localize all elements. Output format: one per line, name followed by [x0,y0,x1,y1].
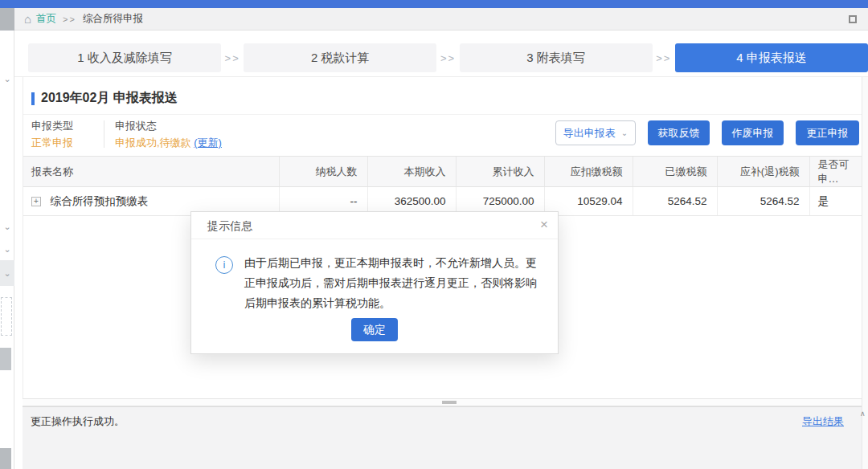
step-wizard: 1 收入及减除填写 >> 2 税款计算 >> 3 附表填写 >> 4 申报表报送 [28,43,868,72]
step-separator: >> [440,52,456,64]
top-accent-bar [0,0,868,8]
close-icon[interactable]: × [540,217,548,233]
get-feedback-button[interactable]: 获取反馈 [648,120,710,145]
declare-type-label: 申报类型 [31,119,73,133]
col-cumulative-income: 累计收入 [456,157,544,187]
result-panel: 更正操作执行成功。 导出结果 [23,406,862,469]
declare-status-value: 申报成功,待缴款 (更新) [115,136,222,150]
breadcrumb-home-link[interactable]: 首页 [36,12,56,26]
confirm-button[interactable]: 确定 [351,318,398,341]
dropdown-arrow-icon: ⌄ [621,128,628,137]
correct-declaration-button[interactable]: 更正申报 [796,120,859,145]
sidebar-gray-block [0,348,11,370]
col-report-name: 报表名称 [23,157,279,187]
supplement-refund-value: 5264.52 [717,187,809,216]
col-paid-tax: 已缴税额 [633,157,717,187]
step-tab-tax-calc[interactable]: 2 税款计算 [244,43,436,72]
dialog-title: 提示信息 [191,212,558,239]
info-icon: i [215,256,233,274]
report-name: 综合所得预扣预缴表 [51,195,149,207]
row-expand-icon[interactable]: + [31,197,41,206]
step-tab-schedules[interactable]: 3 附表填写 [460,43,653,72]
sidebar-collapse-chevron-icon-active[interactable]: ⌄ [0,260,14,286]
col-supplement-refund: 应补(退)税额 [717,157,809,187]
declare-status-text: 申报成功,待缴款 [115,137,191,149]
breadcrumb-bar: ⌂ 首页 >> 综合所得申报 [0,8,868,31]
maximize-icon[interactable] [849,15,857,23]
declare-status-label: 申报状态 [115,119,157,133]
step-separator: >> [656,52,671,64]
title-accent-bar [31,92,35,105]
splitter-bar[interactable] [23,398,862,406]
step-tab-income[interactable]: 1 收入及减除填写 [28,43,221,72]
col-taxpayer-count: 纳税人数 [279,157,367,187]
collapsed-sidebar: ⌄ ⌄ ⌄ ⌄ [0,31,14,469]
status-update-link[interactable]: (更新) [194,137,222,149]
scroll-up-icon[interactable]: ∧ [860,410,866,418]
breadcrumb-current: 综合所得申报 [83,12,143,26]
export-declaration-button[interactable]: 导出申报表 ⌄ [555,120,636,145]
sidebar-corner-block [0,8,14,31]
operation-status-message: 更正操作执行成功。 [31,414,125,429]
meta-separator [104,120,104,148]
report-table: 报表名称 纳税人数 本期收入 累计收入 应扣缴税额 已缴税额 应补(退)税额 是… [23,156,862,216]
sidebar-gray-block [0,448,11,469]
sidebar-collapse-chevron-icon[interactable]: ⌄ [0,215,14,238]
void-declaration-button[interactable]: 作废申报 [722,120,784,145]
step-separator: >> [225,52,240,64]
step-tab-submit[interactable]: 4 申报表报送 [675,43,868,72]
export-result-link[interactable]: 导出结果 [802,414,844,429]
sidebar-collapse-chevron-icon[interactable]: ⌄ [0,238,14,260]
sidebar-collapse-chevron-icon[interactable]: ⌄ [0,67,14,90]
page-title: 2019年02月 申报表报送 [41,90,178,107]
declare-type-value: 正常申报 [31,136,73,150]
dialog-message: 由于后期已申报，更正本期申报表时，不允许新增人员。更正申报成功后，需对后期申报表… [244,253,538,313]
declarable-value: 是 [809,187,862,216]
splitter-grip-icon[interactable] [442,401,457,404]
table-header-row: 报表名称 纳税人数 本期收入 累计收入 应扣缴税额 已缴税额 应补(退)税额 是… [23,157,862,187]
col-current-income: 本期收入 [367,157,456,187]
export-button-label: 导出申报表 [563,126,616,141]
breadcrumb-separator: >> [63,14,76,24]
sidebar-dashed-placeholder [1,297,12,336]
paid-tax-value: 5264.52 [633,187,717,216]
home-icon[interactable]: ⌂ [24,13,31,25]
col-withholding-tax: 应扣缴税额 [544,157,633,187]
prompt-dialog: 提示信息 × i 由于后期已申报，更正本期申报表时，不允许新增人员。更正申报成功… [190,211,559,354]
col-declarable: 是否可申… [809,157,862,187]
title-divider [23,114,862,115]
scrollbar-track[interactable]: ∧ [862,77,868,469]
